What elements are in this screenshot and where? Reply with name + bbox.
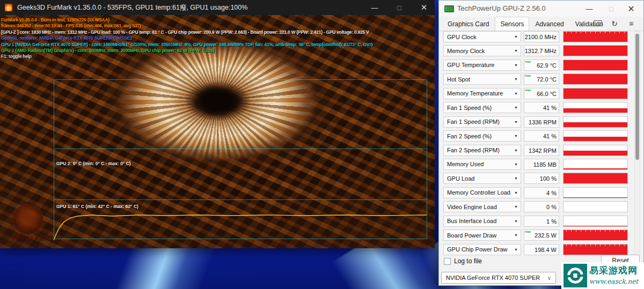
sensor-label-box[interactable]: Memory Clock ▼ [443, 45, 521, 56]
sensor-row: Memory Controller Load ▼ max 4 % [439, 187, 633, 198]
max-marker: max [525, 230, 531, 233]
sensor-label-box[interactable]: Fan 1 Speed (RPM) ▼ [443, 116, 521, 128]
sensor-label: GPU Clock [447, 34, 514, 40]
chevron-down-icon: ▼ [514, 134, 518, 138]
sensor-label-box[interactable]: Board Power Draw ▼ [443, 229, 521, 241]
sensor-value-box[interactable]: max 41 % [524, 130, 559, 142]
furmark-titlebar[interactable]: Geeks3D FurMark v1.35.0.0 - 535FPS, GPU1… [0, 0, 435, 15]
tab-advanced[interactable]: Advanced [530, 18, 569, 31]
chevron-down-icon: ▼ [514, 162, 518, 166]
sensor-value-box[interactable]: max 1342 RPM [524, 145, 559, 156]
sensor-value-box[interactable]: max 62.9 °C [524, 60, 559, 71]
sensor-label-box[interactable]: Memory Used ▼ [443, 159, 521, 170]
refresh-icon[interactable]: ↻ [610, 19, 619, 27]
sensor-value-box[interactable]: max 100 % [524, 173, 559, 184]
chevron-down-icon: ▼ [514, 63, 518, 67]
chevron-down-icon: ▼ [514, 191, 518, 195]
sensor-row: Board Power Draw ▼ max 232.5 W [439, 229, 633, 241]
sensor-graph-fill [564, 108, 627, 113]
furmark-app-icon [4, 3, 13, 12]
sensor-label-box[interactable]: Memory Controller Load ▼ [443, 187, 521, 198]
gpu-select-dropdown[interactable]: NVIDIA GeForce RTX 4070 SUPER ∨ [441, 272, 556, 284]
sensor-label-box[interactable]: Fan 2 Speed (RPM) ▼ [443, 145, 521, 156]
furmark-window-title: Geeks3D FurMark v1.35.0.0 - 535FPS, GPU1… [17, 3, 247, 12]
furmark-logo-emblem [12, 204, 43, 235]
maximize-button[interactable]: □ [391, 2, 407, 13]
sensor-value-box[interactable]: max 0 % [524, 201, 559, 212]
minimize-button[interactable]: — [367, 2, 383, 13]
scrollbar[interactable] [634, 31, 640, 256]
sensor-label: Fan 2 Speed (%) [447, 133, 514, 139]
sensor-graph [563, 60, 628, 71]
sensor-graph [563, 73, 628, 85]
sensor-value-box[interactable]: max 232.5 W [524, 229, 559, 241]
gpuz-window-title: TechPowerUp GPU-Z 2.56.0 [457, 4, 546, 12]
sensor-value-box[interactable]: max 72.0 °C [524, 73, 559, 85]
sensor-graph [563, 31, 628, 42]
menu-icon[interactable]: ≡ [626, 19, 636, 27]
sensor-value-box[interactable]: max 1336 RPM [524, 116, 559, 128]
tab-graphics-card[interactable]: Graphics Card [442, 18, 494, 31]
gpu1-temp-label: GPU 1: 61° C (min: 42° C - max: 62° C) [56, 204, 138, 209]
gpuz-titlebar[interactable]: TechPowerUp GPU-Z 2.56.0 — □ ✕ [439, 1, 643, 17]
log-to-file-label: Log to file [454, 257, 482, 265]
sensor-row: Hot Spot ▼ max 72.0 °C [439, 73, 633, 85]
sensor-row: Fan 2 Speed (RPM) ▼ max 1342 RPM [439, 145, 633, 156]
maximize-button[interactable]: □ [605, 3, 618, 14]
sensor-value: 198.4 W [535, 247, 557, 253]
sensor-label-box[interactable]: Video Engine Load ▼ [443, 201, 521, 212]
minimize-button[interactable]: — [583, 3, 596, 14]
sensor-value-box[interactable]: max 1312.7 MHz [524, 45, 559, 56]
sensor-graph-fill [564, 122, 627, 127]
sensor-graph-fill [564, 46, 627, 56]
sensor-graph [563, 244, 628, 255]
desktop-screen: Geeks3D FurMark v1.35.0.0 - 535FPS, GPU1… [0, 0, 644, 289]
chevron-down-icon: ▼ [514, 120, 518, 124]
sensor-value: 0 % [546, 204, 557, 210]
sensor-value-box[interactable]: max 1185 MB [524, 159, 559, 170]
osd-line: OpenGL renderer: NVIDIA GeForce RTX 4070… [1, 35, 373, 41]
sensor-value: 4 % [546, 190, 557, 196]
chevron-down-icon: ▼ [514, 149, 518, 152]
gpu-select-value: NVIDIA GeForce RTX 4070 SUPER [446, 275, 547, 281]
sensor-label-box[interactable]: Fan 1 Speed (%) ▼ [443, 102, 521, 113]
sensor-row: Bus Interface Load ▼ max 1 % [439, 216, 633, 227]
sensor-label-box[interactable]: GPU Clock ▼ [443, 31, 521, 42]
sensor-label-box[interactable]: Hot Spot ▼ [443, 73, 521, 85]
watermark-site-url: www.easck.net [589, 278, 643, 285]
sensor-graph-fill [564, 32, 627, 42]
log-to-file-checkbox[interactable] [444, 258, 451, 265]
sensor-graph [563, 229, 628, 241]
sensor-value-box[interactable]: max 1 % [524, 216, 559, 227]
sensor-label-box[interactable]: GPU Load ▼ [443, 173, 521, 184]
chevron-down-icon: ▼ [514, 233, 518, 237]
sensor-value: 1 % [546, 218, 557, 225]
sensor-graph [563, 102, 628, 113]
sensor-row: Memory Clock ▼ max 1312.7 MHz [439, 45, 633, 56]
sensor-label-box[interactable]: GPU Temperature ▼ [443, 60, 521, 71]
sensor-value: 232.5 W [535, 232, 557, 239]
sensor-value-box[interactable]: max 198.4 W [524, 244, 559, 255]
tab-sensors[interactable]: Sensors [495, 17, 529, 31]
sensor-label: Hot Spot [447, 76, 514, 83]
camera-icon[interactable] [593, 19, 603, 27]
scrollbar-thumb[interactable] [635, 34, 639, 160]
sensor-label-box[interactable]: GPU Chip Power Draw ▼ [443, 244, 521, 255]
sensor-graph-fill [564, 151, 627, 155]
sensor-value-box[interactable]: max 66.0 °C [524, 88, 559, 99]
close-button[interactable]: ✕ [416, 2, 432, 13]
sensor-row: Fan 1 Speed (%) ▼ max 41 % [439, 102, 633, 113]
sensor-label-box[interactable]: Memory Temperature ▼ [443, 88, 521, 99]
osd-line: GPU 1 (NVIDIA GeForce RTX 4070 SUPER) - … [1, 42, 373, 48]
sensor-row: Video Engine Load ▼ max 0 % [439, 201, 633, 212]
sensor-value-box[interactable]: max 4 % [524, 187, 559, 198]
osd-line: F1: toggle help [1, 54, 373, 60]
close-button[interactable]: ✕ [625, 3, 638, 14]
sensor-label-box[interactable]: Bus Interface Load ▼ [443, 216, 521, 227]
sensor-graph [563, 45, 628, 56]
sensor-label: Memory Clock [447, 48, 514, 54]
sensor-graph-fill [564, 173, 627, 183]
sensor-value-box[interactable]: max 2100.0 MHz [524, 31, 559, 42]
sensor-value-box[interactable]: max 41 % [524, 102, 559, 113]
sensor-label-box[interactable]: Fan 2 Speed (%) ▼ [443, 130, 521, 142]
